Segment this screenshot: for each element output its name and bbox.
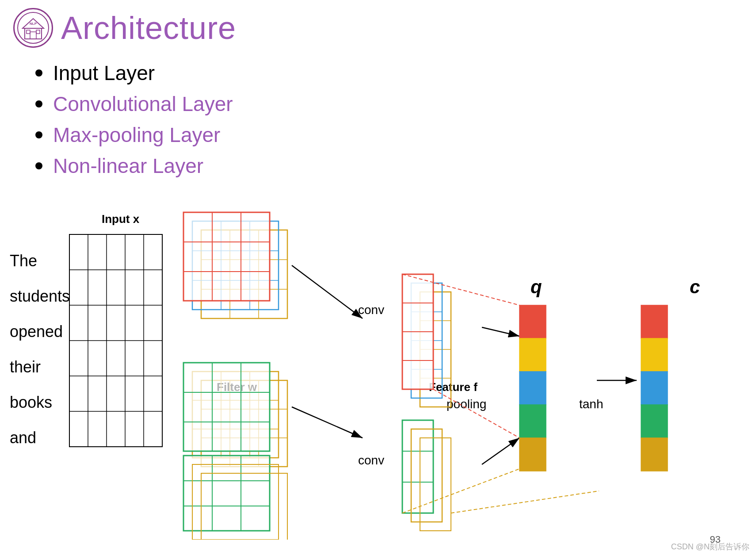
logo-circle: NLP	[13, 8, 53, 48]
bullet-item-2: Convolutional Layer	[35, 92, 721, 116]
red-filter-front	[183, 212, 270, 301]
header: NLP Architecture	[0, 0, 756, 52]
logo-inner: NLP	[17, 12, 49, 44]
svg-line-60	[292, 265, 363, 318]
bullet-list: Input Layer Convolutional Layer Max-pool…	[0, 52, 756, 194]
c-darkyellow-box	[641, 438, 668, 471]
c-red-box	[641, 305, 668, 338]
svg-line-79	[482, 327, 519, 336]
bullet-item-1: Input Layer	[35, 61, 721, 85]
bullet-dot-3	[35, 131, 42, 138]
q-green-box	[519, 405, 546, 438]
svg-line-84	[451, 491, 599, 513]
red-feature-front	[402, 274, 433, 389]
svg-text:NLP: NLP	[30, 22, 37, 26]
bullet-item-3: Max-pooling Layer	[35, 123, 721, 147]
logo-icon: NLP	[20, 15, 46, 41]
input-grid	[69, 234, 162, 447]
q-blue-box	[519, 372, 546, 405]
svg-rect-74	[402, 420, 433, 513]
svg-rect-3	[27, 30, 30, 34]
c-green-box	[641, 405, 668, 438]
green-feature-front	[402, 420, 433, 513]
green-filter-extra	[183, 456, 270, 531]
q-darkyellow-box	[519, 438, 546, 471]
svg-rect-46	[183, 363, 270, 451]
page-title: Architecture	[61, 10, 236, 46]
svg-line-82	[433, 389, 519, 438]
svg-rect-52	[183, 456, 270, 531]
q-red-box	[519, 305, 546, 338]
diagram-area: The students opened their books and Inpu…	[0, 190, 756, 540]
green-filter-front	[183, 363, 270, 451]
bullet-text-3: Max-pooling Layer	[53, 123, 220, 147]
c-blue-box	[641, 372, 668, 405]
q-yellow-box	[519, 338, 546, 372]
architecture-diagram	[0, 190, 756, 540]
bullet-text-1: Input Layer	[53, 61, 155, 85]
svg-rect-28	[183, 212, 270, 301]
svg-rect-4	[36, 30, 40, 34]
bullet-dot-4	[35, 162, 42, 169]
bullet-dot-2	[35, 100, 42, 107]
bullet-text-2: Convolutional Layer	[53, 92, 233, 116]
bullet-text-4: Non-linear Layer	[53, 154, 203, 178]
svg-rect-2	[30, 32, 36, 39]
svg-line-61	[292, 407, 363, 438]
bullet-item-4: Non-linear Layer	[35, 154, 721, 178]
bullet-dot-1	[35, 69, 42, 77]
c-yellow-box	[641, 338, 668, 372]
watermark: CSDN @N刻后告诉你	[671, 541, 749, 552]
svg-line-80	[482, 438, 519, 464]
